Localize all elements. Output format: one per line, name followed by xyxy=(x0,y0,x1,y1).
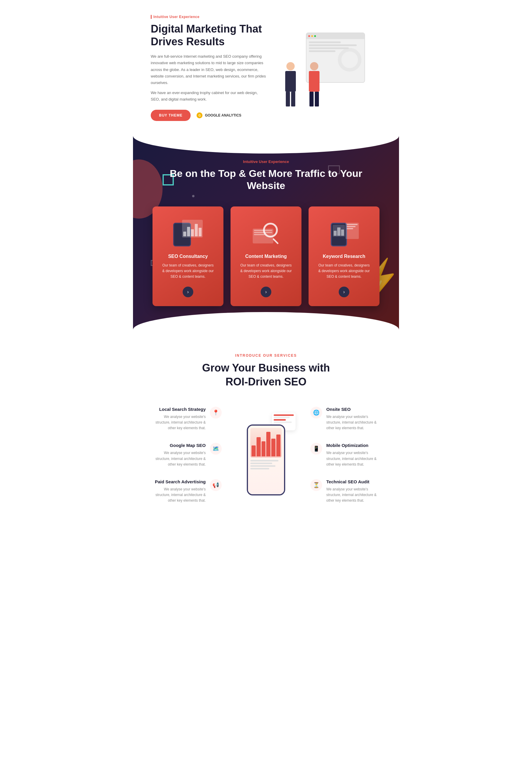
magnify-glass xyxy=(263,223,278,238)
person-female-body xyxy=(309,62,319,106)
service-paid-desc: We analyse your website's structure, int… xyxy=(151,486,206,504)
service-local-content: Local Search Strategy We analyse your we… xyxy=(151,407,206,431)
ph-bar-3 xyxy=(262,441,266,456)
hero-tag: Intuitive User Experience xyxy=(151,15,266,19)
service-onsite-desc: We analyse your website's structure, int… xyxy=(326,414,381,431)
services-section: INTRODUCE OUR SERVICES Grow Your Busines… xyxy=(133,330,399,521)
ga-label: GOOGLE ANALYTICS xyxy=(205,113,241,117)
local-search-icon-glyph: 📍 xyxy=(213,409,219,416)
service-item-gmap: Google Map SEO We analyse your website's… xyxy=(151,443,222,467)
service-gmap-desc: We analyse your website's structure, int… xyxy=(151,450,206,467)
hero-buttons: BUY THEME G GOOGLE ANALYTICS xyxy=(151,110,266,121)
service-mobile-title: Mobile Optimization xyxy=(326,443,381,448)
service-mobile-desc: We analyse your website's structure, int… xyxy=(326,450,381,467)
card-seo: SEO Consultancy Our team of creatives, d… xyxy=(153,207,223,307)
phone-screen xyxy=(248,426,284,494)
person-male-legs xyxy=(286,92,295,106)
paid-search-icon-glyph: 📢 xyxy=(213,482,219,488)
hero-section: Intuitive User Experience Digital Market… xyxy=(133,0,399,136)
card-seo-illustration xyxy=(161,218,215,248)
gmap-icon: 🗺️ xyxy=(210,443,222,455)
card-content-arrow[interactable]: › xyxy=(261,287,271,297)
hero-desc-2: We have an ever-expanding trophy cabinet… xyxy=(151,90,266,103)
card-keyword-desc: Our team of creatives, designers & devel… xyxy=(317,263,371,280)
services-right: 🌐 Onsite SEO We analyse your website's s… xyxy=(310,407,381,504)
ph-line-1 xyxy=(250,460,278,461)
fl-line-4 xyxy=(274,421,292,423)
ph-line-4 xyxy=(250,468,269,469)
service-technical-title: Technical SEO Audit xyxy=(326,479,381,484)
hero-title: Digital Marketing That Drives Results xyxy=(151,22,266,48)
cards-grid: SEO Consultancy Our team of creatives, d… xyxy=(151,207,381,307)
service-technical-content: Technical SEO Audit We analyse your webs… xyxy=(326,479,381,504)
service-item-technical: ⏳ Technical SEO Audit We analyse your we… xyxy=(310,479,381,504)
onsite-icon: 🌐 xyxy=(310,407,322,419)
dot-yellow xyxy=(311,35,313,37)
browser-line-2 xyxy=(309,44,357,46)
illus-circle-big xyxy=(338,48,361,72)
card-seo-title: SEO Consultancy xyxy=(161,254,215,259)
ph-line-2 xyxy=(250,463,272,464)
service-gmap-title: Google Map SEO xyxy=(151,443,206,448)
card-keyword-title: Keyword Research xyxy=(317,254,371,259)
service-item-mobile: 📱 Mobile Optimization We analyse your we… xyxy=(310,443,381,467)
person-female xyxy=(309,62,319,106)
mobile-icon: 📱 xyxy=(310,443,322,455)
kw-chart xyxy=(333,225,345,237)
chart-bar-4 xyxy=(195,224,198,236)
card-seo-arrow[interactable]: › xyxy=(183,287,193,297)
services-left: Local Search Strategy We analyse your we… xyxy=(151,407,222,504)
card-content-desc: Our team of creatives, designers & devel… xyxy=(239,263,293,280)
person-male-torso xyxy=(285,71,296,92)
card-keyword: Keyword Research Our team of creatives, … xyxy=(309,207,379,307)
services-tag: INTRODUCE OUR SERVICES xyxy=(151,353,381,358)
magnify-handle xyxy=(273,238,279,244)
wave-section: ⚡ Intuitive User Experience Be on the To… xyxy=(133,136,399,330)
onsite-icon-glyph: 🌐 xyxy=(313,409,319,416)
card-content: Content Marketing Our team of creatives,… xyxy=(231,207,301,307)
dot-red xyxy=(308,35,310,37)
illus-browser-bar xyxy=(306,33,364,39)
ph-bar-2 xyxy=(257,437,261,456)
person-female-torso xyxy=(309,71,319,92)
book-line-3 xyxy=(254,234,265,235)
dot-green xyxy=(314,35,316,37)
fl-line-3 xyxy=(274,419,286,421)
technical-icon: ⏳ xyxy=(310,479,322,491)
kw-bar-2 xyxy=(337,228,340,236)
phone-lines xyxy=(250,459,282,471)
person-female-leg-l xyxy=(309,92,314,106)
person-male-leg-r xyxy=(291,92,295,106)
card-keyword-arrow[interactable]: › xyxy=(339,287,349,297)
kw-bar-1 xyxy=(334,231,337,236)
chart-bar-2 xyxy=(187,227,190,236)
service-onsite-content: Onsite SEO We analyse your website's str… xyxy=(326,407,381,431)
person-male-leg-l xyxy=(286,92,290,106)
buy-theme-button[interactable]: BUY THEME xyxy=(151,110,191,121)
content-illus xyxy=(251,220,281,247)
person-male-head xyxy=(286,62,295,70)
card-keyword-illustration xyxy=(317,218,371,248)
ph-bar-6 xyxy=(276,434,280,456)
hero-illus-container xyxy=(276,30,371,106)
service-technical-desc: We analyse your website's structure, int… xyxy=(326,486,381,504)
gmap-icon-glyph: 🗺️ xyxy=(213,445,219,452)
service-local-title: Local Search Strategy xyxy=(151,407,206,412)
kw-screen xyxy=(346,223,359,239)
service-local-desc: We analyse your website's structure, int… xyxy=(151,414,206,431)
person-female-head xyxy=(310,62,318,70)
phone-outer xyxy=(247,424,285,495)
google-analytics-button[interactable]: G GOOGLE ANALYTICS xyxy=(197,112,241,118)
fl-line-2 xyxy=(274,417,290,418)
kw-line-2 xyxy=(347,226,356,227)
hero-illustration xyxy=(266,30,381,106)
service-paid-content: Paid Search Advertising We analyse your … xyxy=(151,479,206,504)
chart-bar-1 xyxy=(183,232,186,236)
kw-screen-content xyxy=(346,223,359,231)
ph-bar-1 xyxy=(252,445,256,456)
services-layout: Local Search Strategy We analyse your we… xyxy=(151,407,381,504)
wave-tag: Intuitive User Experience xyxy=(151,159,381,164)
kw-line-1 xyxy=(347,224,358,225)
card-content-illustration xyxy=(239,218,293,248)
center-phone-illus xyxy=(236,407,296,495)
